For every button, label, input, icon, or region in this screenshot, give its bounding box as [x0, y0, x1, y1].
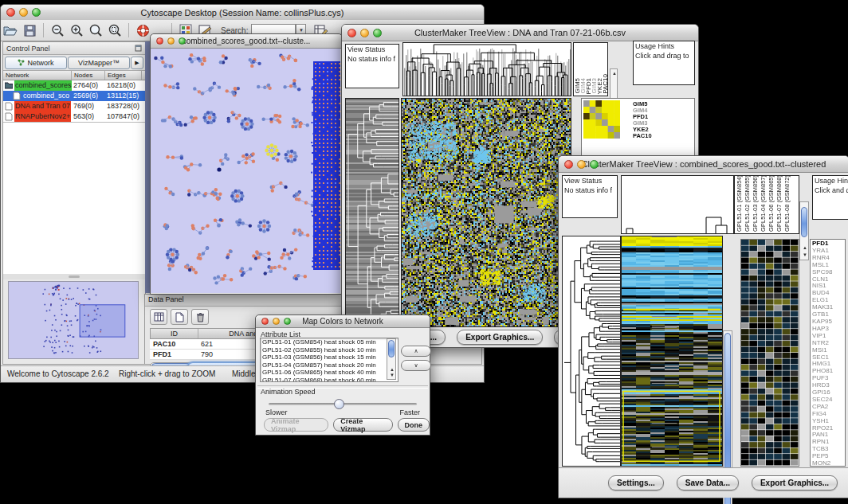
tab-vizmapper[interactable]: VizMapper™ — [68, 57, 130, 69]
view-status-heading: View Status — [563, 176, 617, 186]
zoom-button[interactable] — [284, 318, 291, 325]
faster-label: Faster — [399, 408, 420, 416]
column-dendrogram-panel[interactable] — [621, 175, 734, 234]
global-heatmap[interactable] — [401, 98, 571, 327]
column-label[interactable]: GPL51-02 (GSM855) — [744, 175, 752, 232]
column-dendrogram-panel[interactable] — [402, 42, 571, 96]
close-button[interactable] — [156, 37, 163, 45]
attribute-item[interactable]: GPL51-07 (GSM868) heat shock 60 min — [261, 377, 398, 383]
document-icon — [13, 92, 21, 100]
create-vizmap-button[interactable]: Create Vizmap — [333, 418, 392, 432]
zoom-button[interactable] — [590, 160, 599, 169]
minimize-button[interactable] — [273, 318, 280, 325]
column-labels-vscrollbar[interactable]: ▲▼ — [799, 201, 809, 260]
zoom-fit-icon[interactable] — [86, 22, 105, 38]
panel-splitter[interactable] — [3, 274, 145, 279]
gene-label[interactable]: MON2 — [812, 460, 845, 467]
usage-hints-text: Click and drag to — [634, 51, 694, 61]
view-status-text: No status info f — [346, 54, 398, 64]
new-attribute-icon[interactable] — [171, 309, 188, 325]
column-label[interactable]: GPL51-07 (GSM868) — [775, 175, 783, 232]
network-tree-row[interactable]: combined_scores2764(0)16218(0) — [3, 80, 145, 91]
network-name: combined_scores — [14, 80, 72, 91]
minimize-button[interactable] — [360, 29, 369, 37]
attribute-item[interactable]: GPL51-03 (GSM856) heat shock 15 min — [261, 354, 398, 361]
zoom-heatmap[interactable] — [583, 100, 620, 139]
float-panel-icon[interactable] — [135, 45, 142, 52]
export-graphics-button[interactable]: Export Graphics... — [752, 475, 838, 490]
network-name: combined_sco — [22, 91, 70, 101]
status-welcome: Welcome to Cytoscape 2.6.2 — [7, 369, 109, 378]
attribute-item[interactable]: GPL51-06 (GSM865) heat shock 40 min — [261, 369, 398, 377]
column-label[interactable]: PAC10 — [603, 74, 608, 94]
animation-speed-label: Animation Speed — [256, 385, 316, 397]
main-titlebar[interactable]: Cytoscape Desktop (Session Name: collins… — [1, 5, 484, 21]
network-icon — [18, 59, 25, 66]
birdseye-view[interactable] — [8, 281, 139, 359]
zoom-in-icon[interactable] — [67, 22, 86, 38]
open-file-icon[interactable] — [1, 22, 20, 38]
gene-labels-list[interactable]: PFD1YRA1RNR4MSL1SPC98CLN1NIS1BUD4ELG1MAK… — [810, 239, 846, 467]
tab-network[interactable]: Network — [5, 57, 67, 69]
network-tree-row[interactable]: combined_sco2569(6)13112(15) — [3, 91, 145, 101]
desktop: Cytoscape Desktop (Session Name: collins… — [0, 0, 848, 504]
attribute-item[interactable]: GPL51-04 (GSM857) heat shock 20 min — [261, 361, 398, 369]
close-button[interactable] — [6, 8, 15, 17]
slower-label: Slower — [265, 408, 288, 416]
zoom-button[interactable] — [179, 37, 186, 45]
move-up-button[interactable]: ∧ — [401, 346, 431, 357]
column-label[interactable]: GPL51-04 (GSM857) — [760, 175, 768, 232]
zoom-heatmap-panel[interactable] — [740, 239, 799, 467]
folder-icon — [5, 81, 13, 90]
row-dendrogram-panel[interactable] — [345, 98, 399, 327]
treeview-combined-titlebar[interactable]: ClusterMaker TreeView : combined_scores_… — [559, 156, 848, 173]
treeview-dna-titlebar[interactable]: ClusterMaker TreeView : DNA and Tran 07-… — [342, 25, 698, 41]
column-labels-panel[interactable]: GPL51-01 (GSM854)GPL51-02 (GSM855)GPL51-… — [734, 175, 799, 234]
network-name: RNAPuberNov2+ — [14, 111, 71, 122]
attribute-item[interactable]: GPL51-02 (GSM855) heat shock 10 min — [261, 346, 398, 354]
export-graphics-button[interactable]: Export Graphics... — [457, 330, 543, 345]
network-tree-empty-area — [3, 122, 145, 274]
network-canvas[interactable] — [151, 49, 340, 293]
global-heatmap[interactable] — [621, 236, 723, 467]
settings-button[interactable]: Settings... — [608, 475, 664, 490]
minimize-button[interactable] — [577, 160, 586, 169]
zoom-selected-icon[interactable] — [105, 22, 124, 38]
close-button[interactable] — [564, 160, 573, 169]
move-down-button[interactable]: ∨ — [401, 360, 431, 371]
column-label[interactable]: GPL51-06 (GSM865) — [768, 175, 775, 232]
column-label[interactable]: GPL51-08 (GSM872) — [783, 175, 791, 232]
network-tree: combined_scores2764(0)16218(0)combined_s… — [3, 80, 145, 122]
dialog-titlebar[interactable]: Map Colors to Network — [256, 315, 430, 328]
attribute-list[interactable]: GPL51-01 (GSM854) heat shock 05 minGPL51… — [260, 338, 398, 382]
main-window-title: Cytoscape Desktop (Session Name: collins… — [1, 8, 484, 18]
status-hint-zoom: Right-click + drag to ZOOM — [119, 369, 215, 378]
zoom-out-icon[interactable] — [48, 22, 67, 38]
zoom-heatmap[interactable] — [741, 240, 799, 466]
network-tree-row[interactable]: DNA and Tran 07769(0)183728(0) — [3, 101, 145, 111]
close-button[interactable] — [261, 318, 269, 325]
minimize-button[interactable] — [19, 8, 28, 17]
tab-overflow-arrow-icon[interactable]: ▶ — [131, 57, 143, 69]
delete-attribute-icon[interactable] — [191, 309, 209, 325]
slider-thumb[interactable] — [334, 399, 344, 409]
close-button[interactable] — [347, 29, 356, 37]
zoom-button[interactable] — [373, 29, 382, 37]
animate-vizmap-button[interactable]: Animate Vizmap — [264, 418, 328, 432]
column-label[interactable]: GPL51-03 (GSM856) — [752, 175, 760, 232]
column-label[interactable]: GPL51-01 (GSM854) — [736, 175, 744, 232]
attribute-list-vscrollbar[interactable]: ▲▼ — [387, 338, 396, 380]
column-labels-panel[interactable]: GIM5GIM4PFD1GIM3YKE2PAC10 — [573, 42, 608, 96]
network-view-titlebar[interactable]: combined_scores_good.txt--cluste... — [151, 34, 342, 49]
save-icon[interactable] — [20, 22, 39, 38]
treeview-combined-window: ClusterMaker TreeView : combined_scores_… — [558, 155, 848, 498]
save-data-button[interactable]: Save Data... — [677, 475, 739, 490]
attribute-item[interactable]: GPL51-01 (GSM854) heat shock 05 min — [261, 338, 398, 346]
done-button[interactable]: Done — [398, 418, 430, 432]
usage-hints-text: Click and drag to — [813, 186, 848, 195]
zoom-button[interactable] — [32, 8, 41, 17]
attribute-select-icon[interactable] — [150, 309, 167, 325]
minimize-button[interactable] — [167, 37, 175, 45]
network-tree-row[interactable]: RNAPuberNov2+563(0)107847(0) — [3, 111, 145, 122]
row-dendrogram-panel[interactable] — [562, 236, 621, 467]
